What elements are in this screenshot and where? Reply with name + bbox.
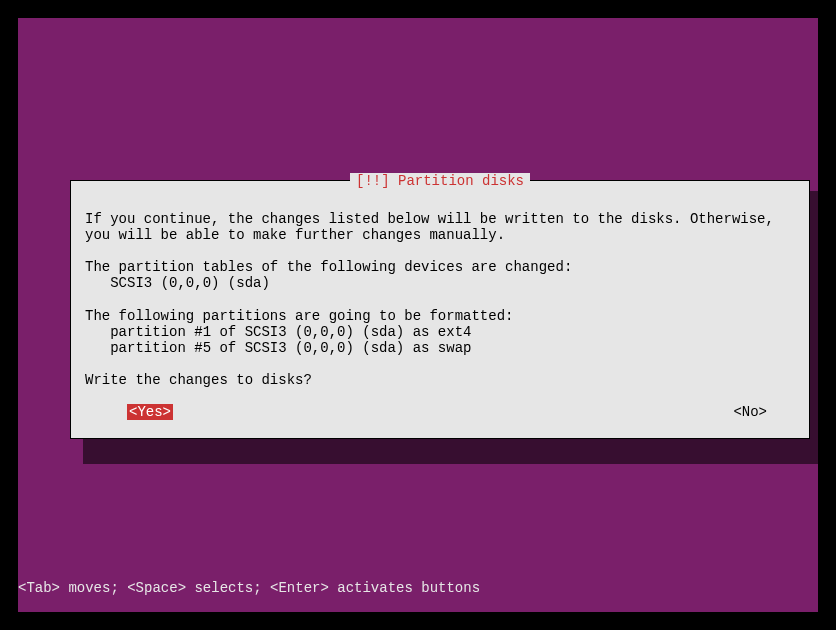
no-button[interactable]: <No> — [733, 404, 767, 420]
dialog-body: If you continue, the changes listed belo… — [85, 199, 795, 388]
format-item-1: partition #5 of SCSI3 (0,0,0) (sda) as s… — [110, 340, 471, 356]
intro-text: If you continue, the changes listed belo… — [85, 211, 782, 243]
dialog-title-wrap: [!!] Partition disks — [71, 173, 809, 189]
installer-screen: [!!] Partition disks If you continue, th… — [18, 18, 818, 612]
yes-button[interactable]: <Yes> — [127, 404, 173, 420]
partition-disks-dialog: [!!] Partition disks If you continue, th… — [70, 180, 810, 439]
tables-heading: The partition tables of the following de… — [85, 259, 572, 275]
dialog-title: [!!] Partition disks — [350, 173, 530, 189]
button-row: <Yes> <No> — [85, 404, 795, 420]
format-heading: The following partitions are going to be… — [85, 308, 513, 324]
question-text: Write the changes to disks? — [85, 372, 312, 388]
tables-item-0: SCSI3 (0,0,0) (sda) — [110, 275, 270, 291]
hint-bar: <Tab> moves; <Space> selects; <Enter> ac… — [18, 580, 480, 596]
format-item-0: partition #1 of SCSI3 (0,0,0) (sda) as e… — [110, 324, 471, 340]
